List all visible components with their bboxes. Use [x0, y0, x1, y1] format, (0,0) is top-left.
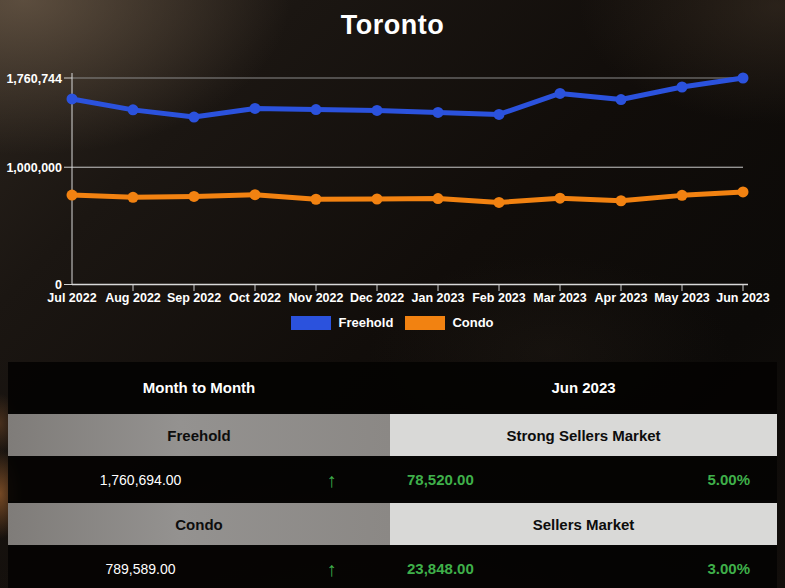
- x-axis-label: Jan 2023: [412, 291, 465, 305]
- table-header-row: Month to Month Jun 2023: [8, 362, 777, 412]
- freehold-price: 1,760,694.00: [8, 472, 273, 488]
- condo-data-point: [189, 191, 200, 202]
- freehold-data-point: [555, 88, 566, 99]
- condo-data-point: [128, 192, 139, 203]
- freehold-data-point: [433, 107, 444, 118]
- x-axis-label: Nov 2022: [289, 291, 344, 305]
- condo-data-point: [494, 197, 505, 208]
- legend-swatch-condo: [405, 316, 445, 330]
- freehold-market-status: Strong Sellers Market: [390, 414, 777, 456]
- chart-legend: FreeholdCondo: [0, 315, 785, 330]
- condo-data-point: [677, 190, 688, 201]
- condo-section-row: Condo Sellers Market: [8, 501, 777, 547]
- stats-table: Month to Month Jun 2023 Freehold Strong …: [8, 362, 777, 588]
- freehold-data-point: [250, 103, 261, 114]
- condo-data-point: [372, 194, 383, 205]
- freehold-data-point: [738, 73, 749, 84]
- freehold-values-row: 1,760,694.00 ↑ 78,520.00 5.00%: [8, 458, 777, 501]
- legend-item-freehold[interactable]: Freehold: [291, 315, 393, 330]
- x-axis-label: Jul 2022: [47, 291, 96, 305]
- freehold-change-percent: 5.00%: [707, 471, 750, 488]
- freehold-data-point: [372, 105, 383, 116]
- freehold-data-point: [189, 112, 200, 123]
- y-axis-label: 0: [55, 278, 62, 292]
- x-axis-label: Dec 2022: [350, 291, 404, 305]
- x-axis-label: Aug 2022: [105, 291, 161, 305]
- condo-data-point: [67, 190, 78, 201]
- freehold-change-amount: 78,520.00: [407, 471, 474, 488]
- condo-change-percent: 3.00%: [707, 560, 750, 577]
- legend-label-freehold: Freehold: [338, 315, 393, 330]
- x-axis-label: Feb 2023: [472, 291, 526, 305]
- condo-data-point: [616, 195, 627, 206]
- legend-item-condo[interactable]: Condo: [405, 315, 493, 330]
- freehold-line: [72, 78, 743, 117]
- freehold-data-point: [67, 93, 78, 104]
- condo-market-status: Sellers Market: [390, 503, 777, 545]
- condo-data-point: [555, 193, 566, 204]
- price-line-chart: 01,000,0001,760,744Jul 2022Aug 2022Sep 2…: [0, 0, 785, 345]
- condo-data-point: [738, 186, 749, 197]
- condo-price: 789,589.00: [8, 561, 273, 577]
- col-header-month-to-month: Month to Month: [8, 362, 390, 412]
- up-arrow-icon: ↑: [273, 470, 390, 490]
- freehold-label: Freehold: [8, 414, 390, 456]
- freehold-data-point: [616, 94, 627, 105]
- y-axis-label: 1,000,000: [6, 161, 62, 175]
- freehold-data-point: [128, 104, 139, 115]
- condo-values-row: 789,589.00 ↑ 23,848.00 3.00%: [8, 547, 777, 588]
- x-axis-label: Oct 2022: [229, 291, 281, 305]
- freehold-data-point: [677, 82, 688, 93]
- up-arrow-icon: ↑: [273, 559, 390, 579]
- x-axis-label: Jun 2023: [716, 291, 770, 305]
- freehold-section-row: Freehold Strong Sellers Market: [8, 412, 777, 458]
- dashboard: Toronto 01,000,0001,760,744Jul 2022Aug 2…: [0, 0, 785, 588]
- legend-swatch-freehold: [291, 316, 331, 330]
- x-axis-label: May 2023: [654, 291, 710, 305]
- col-header-jun-2023: Jun 2023: [390, 362, 777, 412]
- condo-data-point: [311, 194, 322, 205]
- condo-label: Condo: [8, 503, 390, 545]
- x-axis-label: Sep 2022: [167, 291, 221, 305]
- condo-data-point: [250, 189, 261, 200]
- x-axis-label: Mar 2023: [533, 291, 587, 305]
- freehold-data-point: [311, 104, 322, 115]
- x-axis-label: Apr 2023: [595, 291, 648, 305]
- y-axis-label: 1,760,744: [6, 72, 62, 86]
- freehold-data-point: [494, 109, 505, 120]
- condo-change-amount: 23,848.00: [407, 560, 474, 577]
- condo-line: [72, 192, 743, 203]
- legend-label-condo: Condo: [452, 315, 493, 330]
- condo-data-point: [433, 193, 444, 204]
